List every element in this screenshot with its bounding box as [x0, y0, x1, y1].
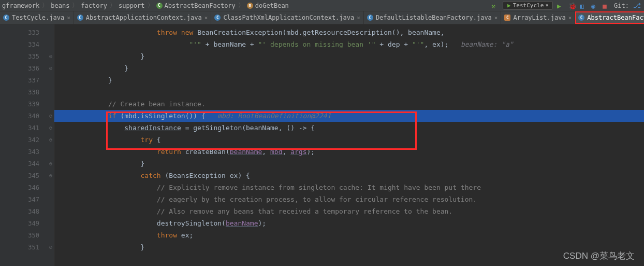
tab-arraylist[interactable]: CArrayList.java×	[501, 11, 575, 24]
gutter[interactable]: 333334335⊖336⊖337338339340⊖341⊖342⊖34334…	[0, 24, 54, 266]
tab-testcycle[interactable]: CTestCycle.java×	[0, 11, 74, 24]
close-icon[interactable]: ×	[568, 15, 572, 21]
code-area[interactable]: throw new BeanCreationException(mbd.getR…	[54, 24, 644, 266]
gutter-line[interactable]: 340⊖	[0, 110, 54, 122]
code-line: throw ex;	[54, 229, 644, 241]
gutter-line[interactable]: 341⊖	[0, 122, 54, 134]
tab-classpathxmlapplicationcontext[interactable]: CClassPathXmlApplicationContext.java×	[211, 11, 364, 24]
java-class-icon: C	[77, 15, 83, 21]
breadcrumb-sep: 〉	[110, 1, 116, 10]
fold-icon[interactable]: ⊖	[49, 244, 52, 250]
gutter-line[interactable]: 351⊖	[0, 241, 54, 253]
debug-icon[interactable]: 🐞	[568, 2, 576, 9]
gutter-line[interactable]: 337	[0, 74, 54, 86]
gutter-line[interactable]: 334	[0, 38, 54, 50]
fold-icon[interactable]: ⊖	[49, 53, 52, 59]
fold-icon[interactable]: ⊖	[49, 65, 52, 71]
breadcrumb-item[interactable]: beans	[51, 2, 69, 9]
gutter-line[interactable]: 335⊖	[0, 50, 54, 62]
top-toolbar: gframework 〉 beans 〉 factory 〉 support 〉…	[0, 0, 644, 11]
code-line: }	[54, 62, 644, 74]
gutter-line[interactable]: 342⊖	[0, 134, 54, 146]
tab-abstractbeanfactory[interactable]: CAbstractBeanFactory.java×	[575, 11, 644, 24]
code-line: // Explicitly remove instance from singl…	[54, 181, 644, 193]
code-line: try {	[54, 134, 644, 146]
editor-tabs: CTestCycle.java× CAbstractApplicationCon…	[0, 11, 644, 24]
gutter-line[interactable]: 348	[0, 205, 54, 217]
fold-icon[interactable]: ⊖	[49, 173, 52, 178]
java-class-icon: C	[578, 15, 584, 21]
code-line: }	[54, 50, 644, 62]
breadcrumb-item[interactable]: CAbstractBeanFactory	[156, 2, 236, 9]
gutter-line[interactable]: 338	[0, 86, 54, 98]
breadcrumb-item[interactable]: mdoGetBean	[247, 2, 289, 9]
tab-defaultlistablebeanfactory[interactable]: CDefaultListableBeanFactory.java×	[364, 11, 502, 24]
java-class-icon: C	[3, 15, 9, 21]
code-line: destroySingleton(beanName);	[54, 217, 644, 229]
profile-icon[interactable]: ◉	[591, 2, 598, 9]
breadcrumb-item[interactable]: support	[119, 2, 145, 9]
code-line: }	[54, 241, 644, 253]
fold-icon[interactable]: ⊖	[49, 125, 52, 131]
code-line: }	[54, 74, 644, 86]
gutter-line[interactable]: 339	[0, 98, 54, 110]
breadcrumb[interactable]: gframework 〉 beans 〉 factory 〉 support 〉…	[2, 1, 289, 10]
code-line: sharedInstance = getSingleton(beanName, …	[54, 122, 644, 134]
java-class-icon: C	[367, 15, 373, 21]
close-icon[interactable]: ×	[494, 15, 498, 21]
breadcrumb-item[interactable]: gframework	[2, 2, 39, 9]
gutter-line[interactable]: 333	[0, 26, 54, 38]
gutter-line[interactable]: 349	[0, 217, 54, 229]
git-branch-icon[interactable]: ⎇	[633, 2, 641, 9]
breadcrumb-item[interactable]: factory	[81, 2, 107, 9]
close-icon[interactable]: ×	[67, 15, 70, 21]
gutter-line[interactable]: 345⊖	[0, 170, 54, 181]
code-line: // Also remove any beans that received a…	[54, 205, 644, 217]
java-lib-icon: C	[504, 15, 510, 21]
fold-icon[interactable]: ⊖	[49, 137, 52, 143]
breadcrumb-sep: 〉	[148, 1, 154, 10]
code-line: // Create bean instance.	[54, 98, 644, 110]
gutter-line[interactable]: 347	[0, 193, 54, 205]
method-icon: m	[247, 3, 253, 9]
gutter-line[interactable]: 344⊖	[0, 158, 54, 170]
toolbar-right: ⚒ ▶ TestCycle ▼ ▶ 🐞 ◧ ◉ ■ Git: ⎇	[491, 1, 644, 10]
editor: 333334335⊖336⊖337338339340⊖341⊖342⊖34334…	[0, 24, 644, 266]
fold-icon[interactable]: ⊖	[49, 161, 52, 166]
breadcrumb-sep: 〉	[72, 1, 78, 10]
java-class-icon: C	[214, 15, 221, 21]
code-line	[54, 86, 644, 98]
code-line: }	[54, 158, 644, 170]
breadcrumb-sep: 〉	[238, 1, 244, 10]
run-config-selector[interactable]: ▶ TestCycle ▼	[503, 1, 553, 10]
class-icon: C	[156, 3, 163, 9]
code-line: catch (BeansException ex) {	[54, 170, 644, 181]
gutter-line[interactable]: 336⊖	[0, 62, 54, 74]
code-line: "'" + beanName + "' depends on missing b…	[54, 38, 644, 50]
breadcrumb-sep: 〉	[42, 1, 48, 10]
code-line-highlighted: if (mbd.isSingleton()) { mbd: RootBeanDe…	[54, 110, 644, 122]
tab-abstractapplicationcontext[interactable]: CAbstractApplicationContext.java×	[74, 11, 212, 24]
code-line: return createBean(beanName, mbd, args);	[54, 146, 644, 158]
gutter-line[interactable]: 350	[0, 229, 54, 241]
code-line: throw new BeanCreationException(mbd.getR…	[54, 26, 644, 38]
git-label: Git:	[614, 2, 629, 9]
gutter-line[interactable]: 343	[0, 146, 54, 158]
stop-icon[interactable]: ■	[603, 2, 610, 9]
close-icon[interactable]: ×	[204, 15, 208, 21]
gutter-line[interactable]: 346	[0, 181, 54, 193]
run-icon[interactable]: ▶	[557, 2, 564, 9]
close-icon[interactable]: ×	[357, 15, 360, 21]
fold-icon[interactable]: ⊖	[49, 113, 52, 119]
coverage-icon[interactable]: ◧	[580, 2, 587, 9]
code-line: // eagerly by the creation process, to a…	[54, 193, 644, 205]
build-icon[interactable]: ⚒	[491, 2, 499, 9]
